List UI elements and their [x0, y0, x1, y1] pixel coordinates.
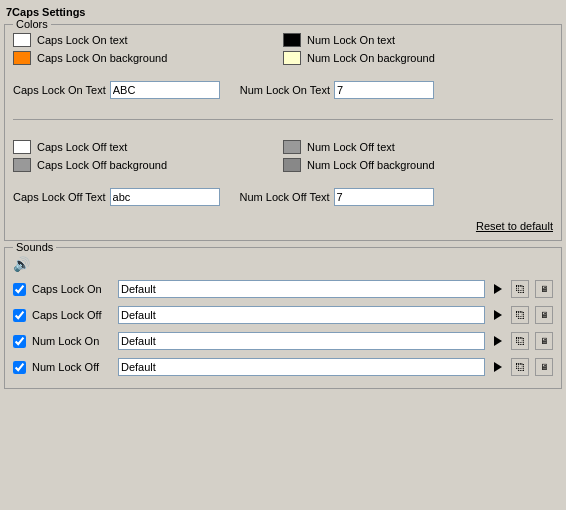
caps-on-text-input[interactable]: [110, 81, 220, 99]
sound-row-caps-on: Caps Lock On ⿻ 🖥: [13, 276, 553, 302]
num-off-play-button[interactable]: [491, 360, 505, 374]
num-on-bg-item: Num Lock On background: [283, 51, 553, 65]
num-off-col: Num Lock Off text Num Lock Off backgroun…: [283, 140, 553, 172]
num-on-browse-button[interactable]: 🖥: [535, 332, 553, 350]
caps-on-text-swatch[interactable]: [13, 33, 31, 47]
num-off-text-swatch[interactable]: [283, 140, 301, 154]
caps-off-bg-label: Caps Lock Off background: [37, 159, 167, 171]
caps-on-field-pair: Caps Lock On Text: [13, 81, 220, 99]
caps-on-col: Caps Lock On text Caps Lock On backgroun…: [13, 33, 283, 65]
num-off-copy-button[interactable]: ⿻: [511, 358, 529, 376]
sounds-group-label: Sounds: [13, 241, 56, 253]
sound-row-num-on: Num Lock On ⿻ 🖥: [13, 328, 553, 354]
colors-group: Colors Caps Lock On text Caps Lock On ba…: [4, 24, 562, 241]
num-on-text-input[interactable]: [334, 81, 434, 99]
caps-off-col: Caps Lock Off text Caps Lock Off backgro…: [13, 140, 283, 172]
num-on-field-pair: Num Lock On Text: [240, 81, 434, 99]
num-off-text-label: Num Lock Off text: [307, 141, 395, 153]
caps-off-field-pair: Caps Lock Off Text: [13, 188, 220, 206]
play-triangle-icon: [494, 310, 502, 320]
caps-off-bg-swatch[interactable]: [13, 158, 31, 172]
num-on-bg-label: Num Lock On background: [307, 52, 435, 64]
num-on-text-label: Num Lock On text: [307, 34, 395, 46]
num-on-checkbox[interactable]: [13, 335, 26, 348]
num-off-sound-input[interactable]: [118, 358, 485, 376]
sounds-section: 🔊 Caps Lock On ⿻ 🖥 Caps Lock Off: [13, 256, 553, 380]
caps-off-sound-label: Caps Lock Off: [32, 309, 112, 321]
caps-on-bg-label: Caps Lock On background: [37, 52, 167, 64]
caps-on-sound-label: Caps Lock On: [32, 283, 112, 295]
num-off-bg-label: Num Lock Off background: [307, 159, 435, 171]
on-colors-row: Caps Lock On text Caps Lock On backgroun…: [13, 33, 553, 65]
caps-off-text-label: Caps Lock Off text: [37, 141, 127, 153]
num-off-bg-swatch[interactable]: [283, 158, 301, 172]
num-on-play-button[interactable]: [491, 334, 505, 348]
caps-on-text-label: Caps Lock On text: [37, 34, 128, 46]
main-window: 7Caps Settings Colors Caps Lock On text …: [0, 0, 566, 510]
num-on-text-item: Num Lock On text: [283, 33, 553, 47]
reset-row: Reset to default: [13, 220, 553, 232]
caps-on-sound-input[interactable]: [118, 280, 485, 298]
sound-row-caps-off: Caps Lock Off ⿻ 🖥: [13, 302, 553, 328]
caps-on-copy-button[interactable]: ⿻: [511, 280, 529, 298]
num-on-bg-swatch[interactable]: [283, 51, 301, 65]
caps-off-sound-input[interactable]: [118, 306, 485, 324]
num-off-text-input[interactable]: [334, 188, 434, 206]
sound-row-num-off: Num Lock Off ⿻ 🖥: [13, 354, 553, 380]
play-triangle-icon: [494, 284, 502, 294]
window-title: 7Caps Settings: [4, 4, 562, 20]
num-on-sound-input[interactable]: [118, 332, 485, 350]
colors-group-label: Colors: [13, 18, 51, 30]
num-off-checkbox[interactable]: [13, 361, 26, 374]
caps-off-field-label: Caps Lock Off Text: [13, 191, 106, 203]
num-on-col: Num Lock On text Num Lock On background: [283, 33, 553, 65]
play-triangle-icon: [494, 362, 502, 372]
play-triangle-icon: [494, 336, 502, 346]
caps-off-play-button[interactable]: [491, 308, 505, 322]
caps-off-text-swatch[interactable]: [13, 140, 31, 154]
caps-on-bg-swatch[interactable]: [13, 51, 31, 65]
off-text-fields: Caps Lock Off Text Num Lock Off Text: [13, 188, 553, 206]
caps-off-text-input[interactable]: [110, 188, 220, 206]
num-on-field-label: Num Lock On Text: [240, 84, 330, 96]
num-off-field-label: Num Lock Off Text: [240, 191, 330, 203]
caps-off-copy-button[interactable]: ⿻: [511, 306, 529, 324]
off-colors-row: Caps Lock Off text Caps Lock Off backgro…: [13, 140, 553, 172]
caps-on-text-item: Caps Lock On text: [13, 33, 283, 47]
num-off-sound-label: Num Lock Off: [32, 361, 112, 373]
num-off-text-item: Num Lock Off text: [283, 140, 553, 154]
sounds-group: Sounds 🔊 Caps Lock On ⿻ 🖥 Caps Lock Off: [4, 247, 562, 389]
caps-off-browse-button[interactable]: 🖥: [535, 306, 553, 324]
caps-on-bg-item: Caps Lock On background: [13, 51, 283, 65]
colors-divider: [13, 119, 553, 120]
caps-on-browse-button[interactable]: 🖥: [535, 280, 553, 298]
num-off-bg-item: Num Lock Off background: [283, 158, 553, 172]
speaker-icon: 🔊: [13, 256, 553, 272]
num-off-field-pair: Num Lock Off Text: [240, 188, 434, 206]
colors-section: Caps Lock On text Caps Lock On backgroun…: [13, 33, 553, 232]
caps-on-play-button[interactable]: [491, 282, 505, 296]
caps-off-bg-item: Caps Lock Off background: [13, 158, 283, 172]
reset-button[interactable]: Reset to default: [476, 220, 553, 232]
on-text-fields: Caps Lock On Text Num Lock On Text: [13, 81, 553, 99]
caps-on-checkbox[interactable]: [13, 283, 26, 296]
num-on-copy-button[interactable]: ⿻: [511, 332, 529, 350]
caps-off-text-item: Caps Lock Off text: [13, 140, 283, 154]
num-on-text-swatch[interactable]: [283, 33, 301, 47]
caps-on-field-label: Caps Lock On Text: [13, 84, 106, 96]
num-on-sound-label: Num Lock On: [32, 335, 112, 347]
num-off-browse-button[interactable]: 🖥: [535, 358, 553, 376]
caps-off-checkbox[interactable]: [13, 309, 26, 322]
